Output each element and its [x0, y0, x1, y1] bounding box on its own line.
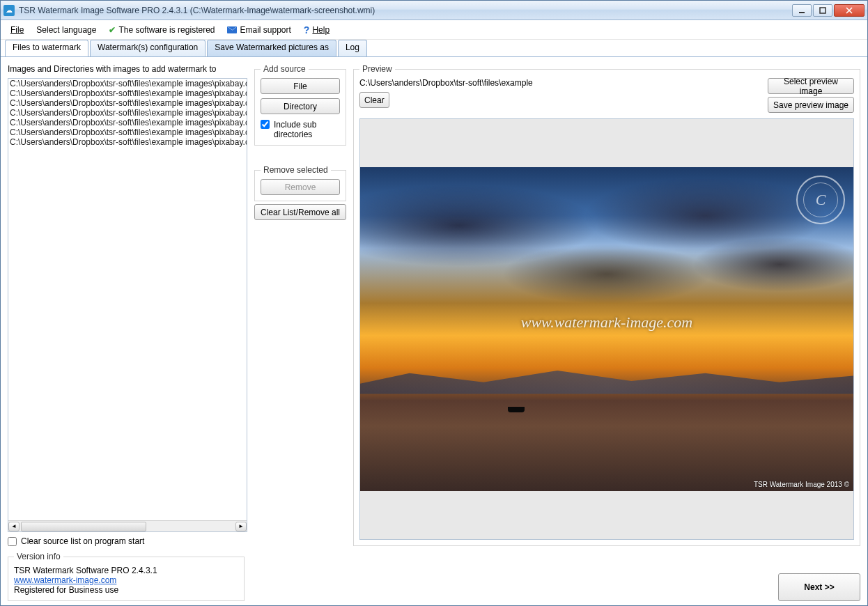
tab-watermark-configuration[interactable]: Watermark(s) configuration [90, 40, 206, 56]
add-file-button[interactable]: File [261, 78, 340, 94]
help-icon: ? [304, 24, 310, 36]
tab-log[interactable]: Log [338, 40, 367, 56]
copyright-circle-icon: C [796, 176, 845, 224]
watermark-corner-text: TSR Watermark Image 2013 © [754, 481, 849, 488]
scroll-track[interactable] [20, 522, 235, 531]
preview-image: www.watermark-image.com C TSR Watermark … [360, 167, 853, 491]
add-source-group: Add source File Directory Include sub di… [254, 64, 346, 146]
main-columns: Images and Directories with images to ad… [8, 64, 860, 546]
tabs: Files to watermark Watermark(s) configur… [1, 40, 867, 56]
list-item[interactable]: C:\Users\anders\Dropbox\tsr-soft\files\e… [8, 118, 247, 127]
menu-select-language[interactable]: Select language [36, 25, 96, 35]
close-button[interactable] [834, 4, 865, 17]
tab-save-watermarked-pictures[interactable]: Save Watermarked pictures as [207, 40, 336, 56]
app-icon: ☁ [3, 5, 15, 16]
include-subdirs-input[interactable] [261, 120, 270, 129]
list-item[interactable]: C:\Users\anders\Dropbox\tsr-soft\files\e… [8, 127, 247, 137]
preview-buttons: Select preview image Save preview image [768, 78, 854, 113]
next-button[interactable]: Next >> [778, 573, 860, 601]
preview-legend: Preview [359, 64, 395, 74]
svg-rect-1 [820, 8, 826, 13]
clear-on-start-checkbox[interactable]: Clear source list on program start [8, 536, 247, 546]
add-source-legend: Add source [261, 64, 309, 74]
tab-content: Images and Directories with images to ad… [1, 56, 867, 605]
boat-decoration [508, 407, 525, 412]
scroll-left-button[interactable]: ◄ [8, 522, 20, 531]
source-list-items: C:\Users\anders\Dropbox\tsr-soft\files\e… [8, 79, 247, 520]
list-item[interactable]: C:\Users\anders\Dropbox\tsr-soft\files\e… [8, 88, 247, 98]
check-icon: ✔ [109, 25, 116, 35]
clear-list-button[interactable]: Clear List/Remove all [254, 204, 346, 220]
version-line3: Registered for Business use [14, 585, 238, 595]
menu-help[interactable]: ?Help [304, 24, 330, 36]
include-subdirs-checkbox[interactable]: Include sub directories [261, 120, 340, 139]
watermark-text-overlay: www.watermark-image.com [521, 313, 692, 332]
menu-file[interactable]: File [10, 25, 24, 35]
list-item[interactable]: C:\Users\anders\Dropbox\tsr-soft\files\e… [8, 98, 247, 108]
minimize-button[interactable] [792, 4, 812, 17]
preview-path-column: C:\Users\anders\Dropbox\tsr-soft\files\e… [359, 78, 762, 113]
remove-button[interactable]: Remove [261, 179, 340, 195]
version-info-legend: Version info [14, 552, 63, 561]
list-item[interactable]: C:\Users\anders\Dropbox\tsr-soft\files\e… [8, 108, 247, 118]
menubar: File Select language ✔The software is re… [1, 20, 867, 40]
horizontal-scrollbar[interactable]: ◄ ► [8, 520, 247, 531]
clear-preview-button[interactable]: Clear [359, 92, 389, 108]
mountains-decoration [360, 368, 853, 394]
mail-icon [227, 26, 237, 33]
list-item[interactable]: C:\Users\anders\Dropbox\tsr-soft\files\e… [8, 79, 247, 88]
version-info-group: Version info TSR Watermark Software PRO … [8, 552, 245, 601]
clouds-decoration [360, 167, 853, 362]
bottom-row: Version info TSR Watermark Software PRO … [8, 552, 860, 601]
select-preview-image-button[interactable]: Select preview image [768, 78, 854, 94]
remove-selected-legend: Remove selected [261, 165, 331, 175]
save-preview-image-button[interactable]: Save preview image [768, 97, 854, 113]
preview-header-row: C:\Users\anders\Dropbox\tsr-soft\files\e… [359, 78, 854, 113]
source-list-column: Images and Directories with images to ad… [8, 64, 247, 546]
remove-selected-group: Remove selected Remove [254, 165, 346, 201]
window-title: TSR Watermark Image Software PRO 2.4.3.1… [19, 6, 792, 15]
add-directory-button[interactable]: Directory [261, 98, 340, 114]
version-line1: TSR Watermark Software PRO 2.4.3.1 [14, 566, 238, 575]
list-item[interactable]: C:\Users\anders\Dropbox\tsr-soft\files\e… [8, 137, 247, 147]
scroll-right-button[interactable]: ► [235, 522, 247, 531]
preview-path: C:\Users\anders\Dropbox\tsr-soft\files\e… [359, 78, 762, 88]
menu-registered[interactable]: ✔The software is registered [109, 25, 215, 35]
source-listbox[interactable]: C:\Users\anders\Dropbox\tsr-soft\files\e… [8, 78, 247, 532]
scroll-thumb[interactable] [21, 522, 146, 531]
window-controls [792, 4, 865, 17]
preview-group: Preview C:\Users\anders\Dropbox\tsr-soft… [353, 64, 860, 546]
preview-column: Preview C:\Users\anders\Dropbox\tsr-soft… [353, 64, 860, 546]
version-link[interactable]: www.watermark-image.com [14, 575, 116, 585]
maximize-button[interactable] [813, 4, 832, 17]
source-list-header: Images and Directories with images to ad… [8, 64, 247, 74]
actions-column: Add source File Directory Include sub di… [254, 64, 346, 546]
titlebar: ☁ TSR Watermark Image Software PRO 2.4.3… [1, 1, 867, 20]
preview-image-box: www.watermark-image.com C TSR Watermark … [359, 118, 854, 540]
tab-files-to-watermark[interactable]: Files to watermark [5, 40, 88, 56]
menu-email-support[interactable]: Email support [227, 25, 290, 35]
app-window: ☁ TSR Watermark Image Software PRO 2.4.3… [0, 0, 868, 606]
clear-on-start-input[interactable] [8, 537, 17, 546]
